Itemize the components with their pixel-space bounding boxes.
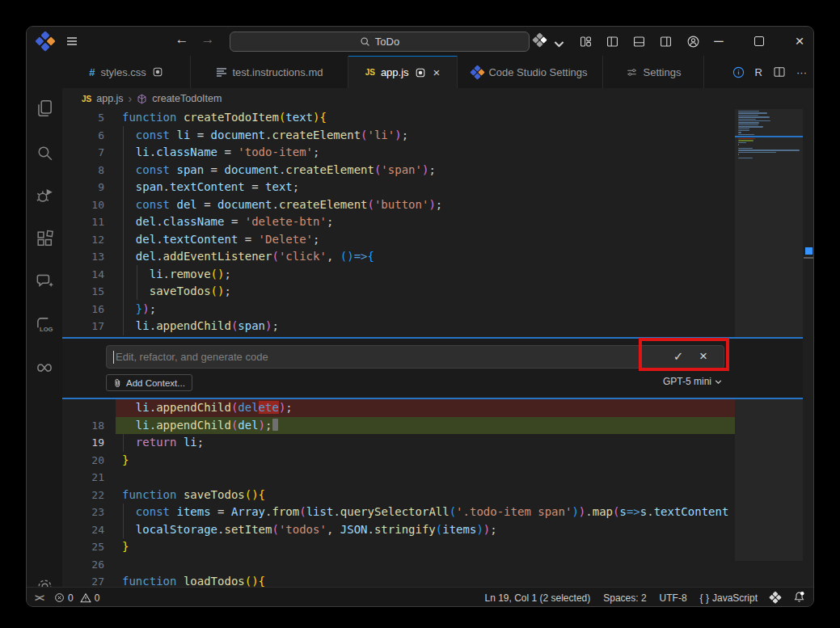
tab-styles-css[interactable]: # styles.css bbox=[62, 56, 191, 88]
back-button[interactable]: ← bbox=[172, 32, 192, 48]
editor-scrollbar[interactable] bbox=[803, 109, 814, 561]
menu-icon[interactable] bbox=[65, 35, 78, 51]
maximize-button[interactable] bbox=[743, 27, 775, 56]
extensions-icon[interactable] bbox=[27, 221, 62, 256]
search-sidebar-icon[interactable] bbox=[27, 135, 62, 171]
tab-settings[interactable]: Settings bbox=[603, 56, 704, 88]
toggle-panel-icon[interactable] bbox=[632, 35, 646, 48]
code-line-13[interactable]: 13 del.addEventListener('click', ()=>{ bbox=[62, 248, 735, 266]
chat-icon[interactable] bbox=[27, 263, 62, 299]
code-editor-top[interactable]: 5function createTodoItem(text){6 const l… bbox=[62, 109, 735, 335]
code-line-10[interactable]: 10 const del = document.createElement('b… bbox=[62, 196, 735, 214]
copilot-status-icon[interactable] bbox=[769, 591, 783, 605]
js-file-icon: JS bbox=[365, 68, 375, 77]
title-bar: ← → ToDo ─ × bbox=[27, 27, 814, 56]
tab-label: styles.css bbox=[100, 66, 146, 78]
tab-label: test.instructions.md bbox=[233, 66, 323, 78]
symbol-method-icon bbox=[137, 94, 147, 104]
minimize-button[interactable]: ─ bbox=[703, 27, 735, 56]
code-line-16[interactable]: 16 }); bbox=[62, 301, 735, 318]
sliders-icon bbox=[626, 66, 638, 78]
code-line-8[interactable]: 8 const span = document.createElement('s… bbox=[62, 162, 735, 179]
code-line-6[interactable]: 6 const li = document.createElement('li'… bbox=[62, 127, 735, 145]
code-line-9[interactable]: 9 span.textContent = text; bbox=[62, 179, 735, 196]
line-number bbox=[62, 399, 122, 417]
problems-indicator[interactable]: 0 0 bbox=[54, 592, 99, 604]
output-log-icon[interactable]: LOG bbox=[27, 307, 62, 343]
svg-text:LOG: LOG bbox=[40, 326, 53, 333]
forward-button[interactable]: → bbox=[198, 32, 217, 48]
toggle-secondary-sidebar-icon[interactable] bbox=[659, 35, 673, 48]
code-line-diff[interactable]: li.appendChild(delete); bbox=[62, 399, 735, 417]
breadcrumb-symbol[interactable]: createTodoItem bbox=[152, 93, 222, 104]
code-line-17[interactable]: 17 li.appendChild(span); bbox=[62, 318, 735, 335]
code-line-25[interactable]: 25} bbox=[62, 538, 735, 556]
tab-bar: # styles.css test.instructions.md JS app… bbox=[62, 56, 814, 88]
code-line-7[interactable]: 7 li.className = 'todo-item'; bbox=[62, 144, 735, 162]
search-value: ToDo bbox=[375, 36, 399, 48]
notifications-bell-icon[interactable] bbox=[793, 591, 805, 605]
breadcrumb-file[interactable]: app.js bbox=[96, 93, 123, 104]
css-file-icon: # bbox=[89, 66, 95, 78]
code-line-22[interactable]: 22function saveTodos(){ bbox=[62, 487, 735, 504]
code-line-11[interactable]: 11 del.className = 'delete-btn'; bbox=[62, 213, 735, 231]
code-line-14[interactable]: 14 li.remove(); bbox=[62, 266, 735, 284]
run-debug-icon[interactable] bbox=[27, 178, 62, 213]
code-line-5[interactable]: 5function createTodoItem(text){ bbox=[62, 109, 735, 127]
language-mode[interactable]: { } JavaScript bbox=[700, 592, 758, 604]
split-editor-icon[interactable] bbox=[773, 65, 786, 78]
code-line-20[interactable]: 20} bbox=[62, 452, 735, 470]
close-window-button[interactable]: × bbox=[783, 27, 814, 56]
line-number: 14 bbox=[62, 266, 122, 284]
code-editor-bottom[interactable]: li.appendChild(delete);18 li.appendChild… bbox=[62, 399, 735, 587]
more-actions-icon[interactable]: ··· bbox=[796, 66, 807, 78]
tab-label: Settings bbox=[644, 66, 682, 78]
braces-icon: { } bbox=[700, 592, 709, 604]
text-cursor bbox=[113, 351, 114, 364]
copilot-menu-icon[interactable] bbox=[534, 35, 548, 48]
remote-indicator-icon[interactable]: >< bbox=[35, 592, 43, 604]
pinned-tab-icon[interactable] bbox=[152, 66, 163, 78]
line-number: 23 bbox=[62, 504, 122, 521]
customize-layout-icon[interactable] bbox=[579, 35, 593, 48]
command-search-box[interactable]: ToDo bbox=[230, 32, 530, 52]
tab-test-instructions-md[interactable]: test.instructions.md bbox=[191, 56, 348, 88]
tab-app-js[interactable]: JS app.js × bbox=[348, 56, 458, 88]
pinned-tab-icon[interactable] bbox=[415, 67, 426, 78]
code-line-19[interactable]: 19 return li; bbox=[62, 434, 735, 452]
tab-code-studio-settings[interactable]: Code Studio Settings bbox=[458, 56, 603, 88]
code-line-12[interactable]: 12 del.textContent = 'Delete'; bbox=[62, 231, 735, 249]
overview-ruler-tick bbox=[804, 257, 814, 259]
annotation-highlight-box bbox=[639, 338, 729, 371]
code-line-21[interactable]: 21 bbox=[62, 469, 735, 487]
code-line-18[interactable]: 18 li.appendChild(del); bbox=[62, 417, 735, 435]
line-number: 6 bbox=[62, 127, 122, 145]
model-picker[interactable]: GPT-5 mini bbox=[663, 376, 723, 387]
line-number: 5 bbox=[62, 109, 122, 127]
info-icon[interactable] bbox=[732, 66, 745, 78]
explorer-icon[interactable] bbox=[27, 91, 62, 126]
code-line-27[interactable]: 27function loadTodos(){ bbox=[62, 573, 735, 587]
minimap[interactable] bbox=[735, 109, 803, 561]
chevron-down-icon[interactable] bbox=[552, 37, 566, 51]
r-extension-icon[interactable]: R bbox=[755, 66, 762, 78]
code-line-26[interactable]: 26 bbox=[62, 556, 735, 574]
chat-input[interactable]: Edit, refactor, and generate code bbox=[106, 345, 724, 369]
vscode-window: ← → ToDo ─ × bbox=[26, 26, 814, 607]
code-line-15[interactable]: 15 saveTodos(); bbox=[62, 283, 735, 301]
cursor-position[interactable]: Ln 19, Col 1 (2 selected) bbox=[484, 592, 590, 604]
line-number: 16 bbox=[62, 301, 122, 318]
close-tab-icon[interactable]: × bbox=[433, 65, 441, 79]
add-context-button[interactable]: Add Context... bbox=[106, 374, 192, 391]
line-number: 13 bbox=[62, 248, 122, 266]
encoding-setting[interactable]: UTF-8 bbox=[660, 592, 687, 604]
tab-label: Code Studio Settings bbox=[488, 66, 587, 78]
line-number: 11 bbox=[62, 213, 122, 231]
indent-guide bbox=[137, 265, 137, 300]
code-line-24[interactable]: 24 localStorage.setItem('todos', JSON.st… bbox=[62, 521, 735, 539]
indentation-setting[interactable]: Spaces: 2 bbox=[603, 592, 646, 604]
account-icon[interactable] bbox=[686, 35, 700, 48]
toggle-sidebar-icon[interactable] bbox=[606, 35, 619, 48]
infinity-extension-icon[interactable] bbox=[27, 350, 62, 386]
code-line-23[interactable]: 23 const items = Array.from(list.querySe… bbox=[62, 504, 735, 521]
